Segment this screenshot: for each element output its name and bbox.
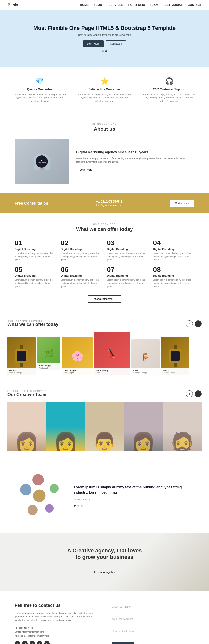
portfolio-item-watch1: Watch Product Design <box>7 337 36 375</box>
testimonial-content: Lorem Ipsum is simply dummy text of the … <box>74 485 194 507</box>
cta-section: A Creative agency, that loves to grow yo… <box>0 533 209 590</box>
nav-link-team[interactable]: TEAM <box>150 4 158 6</box>
contact-message-input[interactable] <box>112 628 194 636</box>
avatar-5 <box>45 504 54 513</box>
linkedin-icon[interactable]: li <box>29 641 35 644</box>
about-text: Digital marketing agency since last 15 y… <box>76 150 194 173</box>
testimonial-dot-2[interactable] <box>77 505 79 507</box>
hero-contact-btn[interactable]: Contact us <box>106 40 126 47</box>
hero-learn-more-btn[interactable]: Learn More <box>83 40 104 47</box>
contact-desc: Lorem ipsum is simply dummy text of the … <box>15 612 97 622</box>
cta-btn[interactable]: Let's work together <box>88 569 121 576</box>
consultation-title-area: Free Consultation <box>15 201 48 206</box>
service-num-7: 07 <box>107 266 148 273</box>
contact-title: Fell free to contact us <box>15 603 97 608</box>
contact-phone: +1 (203) 456-7890 <box>15 626 97 630</box>
creative-nav-arrows: ‹ › <box>186 320 202 327</box>
twitter-icon[interactable]: t <box>37 641 42 644</box>
nav-link-about[interactable]: ABOUT <box>94 4 104 6</box>
service-item-3: 03 Digital Branding Lorem ipsum is simpl… <box>107 240 148 261</box>
testimonial-dot-3[interactable] <box>81 505 83 507</box>
nav-link-contact[interactable]: CONTACT <box>188 4 202 6</box>
brand-logo[interactable]: 𝗣 Prix <box>7 2 18 7</box>
portfolio-item-plant: 🌿 Box Design Photography <box>37 337 60 370</box>
about-content: 👔 ▶ Play Video Digital marketing agency … <box>15 139 194 184</box>
nav-link-portfolio[interactable]: PORTFOLIO <box>128 4 145 6</box>
service-desc-7: Lorem ipsum is simply dummy text of the … <box>107 278 148 288</box>
team-sub-label: MIND BEHIND THE COMPANY <box>7 390 46 392</box>
about-heading: Digital marketing agency since last 15 y… <box>76 150 194 154</box>
service-item-2: 02 Digital Branding Lorem ipsum is simpl… <box>61 240 102 261</box>
feature-quality-desc: Lorem ipsum is simply dummy text of the … <box>12 93 67 103</box>
service-item-5: 05 Digital Branding Lorem ipsum is simpl… <box>15 266 56 288</box>
service-desc-5: Lorem ipsum is simply dummy text of the … <box>15 278 56 288</box>
service-num-5: 05 <box>15 266 56 273</box>
service-item-8: 08 Digital Branding Lorem ipsum is simpl… <box>153 266 195 288</box>
consultation-title: Free Consultation <box>15 201 48 206</box>
services-cta-btn[interactable]: Let's work together → <box>88 296 122 302</box>
team-section: MIND BEHIND THE COMPANY Our Creative Tea… <box>0 382 209 459</box>
service-item-7: 07 Digital Branding Lorem ipsum is simpl… <box>107 266 148 288</box>
creative-title: What we can offer today <box>7 322 58 327</box>
service-num-3: 03 <box>107 240 148 246</box>
service-title-8: Digital Branding <box>153 274 195 277</box>
team-next-btn[interactable]: › <box>195 390 202 397</box>
about-intro-label: INTRODUCTIONS <box>15 122 194 125</box>
consultation-contact-info: +1 2812-7895-542 Info@yourdomain.com <box>96 200 122 207</box>
nav-link-home[interactable]: HOME <box>80 4 89 6</box>
nav-link-services[interactable]: SERVICES <box>109 4 123 6</box>
contact-send-btn[interactable]: Send Email <box>112 642 134 644</box>
nav-link-testimonial[interactable]: TESTIMONIAL <box>163 4 183 6</box>
services-title: What we can offer today <box>15 226 194 232</box>
hero-dot-2[interactable] <box>105 50 107 52</box>
contact-left: Fell free to contact us Lorem ipsum is s… <box>15 603 97 644</box>
team-nav-arrows: ‹ › <box>186 390 202 397</box>
services-sub-label: OUR SERVICES <box>15 223 194 225</box>
team-title: Our Creative Team <box>7 392 46 397</box>
feature-support: 🎧 24/7 Customer Support Lorem ipsum is s… <box>137 77 202 103</box>
testimonial-dot-1[interactable] <box>74 505 76 507</box>
service-item-4: 04 Digital Branding Lorem ipsum is simpl… <box>153 240 195 261</box>
contact-name-input[interactable] <box>112 603 194 611</box>
play-label: Play Video <box>38 162 46 164</box>
contact-form: Send Email <box>112 603 194 644</box>
consultation-contact-btn[interactable]: Contact us → <box>170 200 194 206</box>
creative-next-btn[interactable]: › <box>195 320 202 327</box>
team-prev-btn[interactable]: ‹ <box>186 390 193 397</box>
cta-title-line1: A Creative agency, that loves <box>67 548 142 554</box>
play-video-btn[interactable]: ▶ Play Video <box>36 155 48 168</box>
diamond-icon: 💎 <box>12 77 67 85</box>
contact-email-input[interactable] <box>112 615 194 623</box>
star-icon: ⭐ <box>77 77 132 85</box>
service-title-6: Digital Branding <box>61 274 102 277</box>
service-title-5: Digital Branding <box>15 274 56 277</box>
consultation-email: Info@yourdomain.com <box>96 204 122 207</box>
service-desc-6: Lorem ipsum is simply dummy text of the … <box>61 278 102 288</box>
play-icon: ▶ <box>41 159 43 162</box>
hero-dot-1[interactable] <box>102 50 104 52</box>
features-section: 💎 Quality Guarantee Lorem ipsum is simpl… <box>0 67 209 113</box>
hero-content: Most Flexible One Page HTML5 & Bootstrap… <box>7 24 202 52</box>
about-image-container: 👔 ▶ Play Video <box>15 139 69 184</box>
youtube-icon[interactable]: y <box>44 641 50 644</box>
service-desc-3: Lorem ipsum is simply dummy text of the … <box>107 252 148 261</box>
services-intro: OUR SERVICES What we can offer today <box>15 223 194 232</box>
facebook-icon[interactable]: f <box>15 641 20 644</box>
service-title-2: Digital Branding <box>61 248 102 250</box>
hero-dots <box>7 50 202 52</box>
team-header-left: MIND BEHIND THE COMPANY Our Creative Tea… <box>7 390 46 397</box>
service-num-4: 04 <box>153 240 195 246</box>
team-member-5: 🧔 <box>163 402 202 452</box>
instagram-icon[interactable]: in <box>22 641 27 644</box>
testimonial-author: James Henry <box>74 498 194 501</box>
consultation-phone: +1 2812-7895-542 <box>96 200 122 203</box>
avatar-center <box>33 489 46 502</box>
navbar: 𝗣 Prix HOMEABOUTSERVICESPORTFOLIOTEAMTES… <box>0 0 209 10</box>
about-intro: INTRODUCTIONS About us <box>15 122 194 132</box>
feature-quality: 💎 Quality Guarantee Lorem ipsum is simpl… <box>7 77 72 103</box>
creative-prev-btn[interactable]: ‹ <box>186 320 193 327</box>
brand-name: Prix <box>11 3 18 7</box>
creative-header-left: OUR CREATIVE SERVICES What we can offer … <box>7 320 58 327</box>
about-learn-more-btn[interactable]: Learn More <box>76 167 96 173</box>
testimonial-avatars <box>15 471 64 520</box>
